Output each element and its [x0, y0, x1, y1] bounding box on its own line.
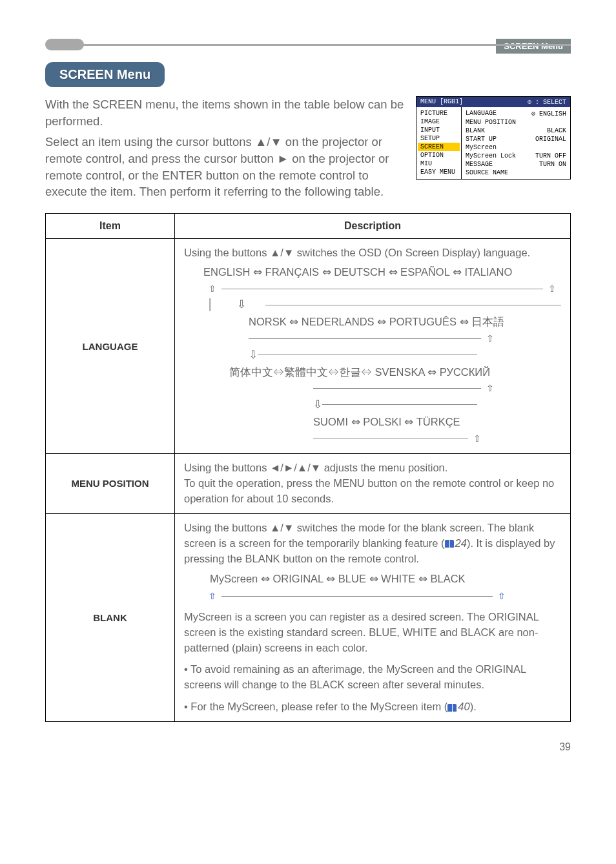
up-arrow-icon: ⇧ [543, 282, 561, 295]
osd-row: MESSAGETURN ON [464, 160, 568, 169]
up-arrow-icon: ⇧ [203, 282, 221, 295]
osd-row-label: MENU POSITION [466, 119, 516, 126]
table-row-language: LANGUAGE Using the buttons ▲/▼ switches … [46, 239, 571, 454]
osd-row: MyScreen LockTURN OFF [464, 152, 568, 160]
osd-row-value: BLACK [547, 127, 566, 134]
up-arrow-icon: ⇧ [481, 332, 499, 345]
main-table: Item Description LANGUAGE Using the butt… [45, 213, 571, 722]
osd-header-right: ⊙ : SELECT [528, 98, 566, 106]
intro-paragraph-1: With the SCREEN menu, the items shown in… [45, 96, 406, 130]
osd-row-label: MyScreen Lock [466, 152, 516, 159]
lang-row-4: SUOMI ⇔ POLSKI ⇔ TÜRKÇE [313, 415, 460, 430]
blank-p1: Using the buttons ▲/▼ switches the mode … [184, 520, 561, 567]
osd-row: SOURCE NAME [464, 169, 568, 177]
blank-cycle: MyScreen ⇔ ORIGINAL ⇔ BLUE ⇔ WHITE ⇔ BLA… [210, 571, 561, 587]
osd-row-label: MESSAGE [466, 161, 493, 168]
page-number: 39 [45, 741, 571, 753]
cycle-connector: ⇧ ⇧ [203, 590, 561, 602]
blank-ref-40: 40 [458, 701, 469, 712]
lang-row-2: NORSK ⇔ NEDERLANDS ⇔ PORTUGUÊS ⇔ 日本語 [249, 314, 504, 330]
blank-p4a: • For the MyScreen, please refer to the … [184, 701, 447, 712]
desc-blank: Using the buttons ▲/▼ switches the mode … [175, 513, 571, 722]
osd-left-item: IMAGE [418, 118, 460, 126]
osd-row-label: SOURCE NAME [466, 169, 508, 176]
down-arrow-icon: ⇩ [249, 347, 258, 363]
osd-left-column: PICTURE IMAGE INPUT SETUP SCREEN OPTION … [416, 107, 462, 179]
osd-header-left: MENU [RGB1] [420, 98, 463, 106]
header-decoration [45, 39, 571, 50]
header-item: Item [46, 214, 175, 239]
table-header-row: Item Description [46, 214, 571, 239]
osd-header: MENU [RGB1] ⊙ : SELECT [416, 97, 570, 107]
intro-paragraph-2: Select an item using the cursor buttons … [45, 134, 406, 201]
language-ladder: ENGLISH ⇔ FRANÇAIS ⇔ DEUTSCH ⇔ ESPAÑOL ⇔… [184, 265, 561, 445]
page-title: SCREEN Menu [45, 62, 165, 87]
osd-left-item: INPUT [418, 126, 460, 134]
osd-row: MENU POSITION [464, 118, 568, 127]
up-arrow-icon: ⇧ [481, 382, 499, 395]
table-row-menu-position: MENU POSITION Using the buttons ◄/►/▲/▼ … [46, 453, 571, 513]
book-icon [445, 540, 454, 548]
blank-p3: • To avoid remaining as an afterimage, t… [184, 662, 561, 693]
lang-row-1: ENGLISH ⇔ FRANÇAIS ⇔ DEUTSCH ⇔ ESPAÑOL ⇔… [203, 265, 512, 280]
osd-menu-preview: MENU [RGB1] ⊙ : SELECT PICTURE IMAGE INP… [416, 96, 571, 180]
osd-left-item: SETUP [418, 134, 460, 143]
desc-menu-position: Using the buttons ◄/►/▲/▼ adjusts the me… [175, 453, 571, 513]
item-blank: BLANK [46, 513, 175, 722]
osd-row: START UPORIGINAL [464, 135, 568, 143]
osd-row: LANGUAGE⊘ ENGLISH [464, 109, 568, 118]
desc-language: Using the buttons ▲/▼ switches the OSD (… [175, 239, 571, 454]
osd-row: BLANKBLACK [464, 127, 568, 135]
osd-left-item: MIU [418, 159, 460, 168]
osd-row-value: ⊘ ENGLISH [531, 110, 566, 118]
blank-p4: • For the MyScreen, please refer to the … [184, 699, 561, 715]
up-arrow-icon: ⇧ [493, 590, 511, 602]
book-icon [447, 704, 457, 712]
osd-left-item: PICTURE [418, 109, 460, 118]
up-arrow-icon: ⇧ [468, 432, 486, 445]
header-description: Description [175, 214, 571, 239]
lang-intro: Using the buttons ▲/▼ switches the OSD (… [184, 245, 561, 261]
intro-text: With the SCREEN menu, the items shown in… [45, 96, 406, 200]
decoration-line [81, 44, 571, 46]
decoration-pill [45, 39, 84, 50]
osd-row-label: START UP [466, 136, 497, 143]
osd-left-item-selected: SCREEN [418, 143, 460, 151]
osd-row-label: LANGUAGE [466, 110, 497, 118]
osd-left-item: EASY MENU [418, 168, 460, 176]
blank-p2: MyScreen is a screen you can register as… [184, 610, 561, 656]
blank-ref-24: 24 [455, 537, 467, 549]
down-arrow-icon: ⇩ [237, 297, 246, 313]
osd-row: MyScreen [464, 143, 568, 152]
osd-right-column: LANGUAGE⊘ ENGLISH MENU POSITION BLANKBLA… [462, 107, 570, 179]
blank-p4b: ). [470, 701, 477, 712]
item-menu-position: MENU POSITION [46, 453, 175, 513]
osd-row-value: TURN ON [539, 161, 566, 168]
osd-left-item: OPTION [418, 151, 460, 159]
item-language: LANGUAGE [46, 239, 175, 454]
table-row-blank: BLANK Using the buttons ▲/▼ switches the… [46, 513, 571, 722]
osd-row-label: BLANK [466, 127, 485, 134]
osd-row-label: MyScreen [466, 144, 497, 151]
lang-row-3: 简体中文⇔繁體中文⇔한글⇔ SVENSKA ⇔ РУССКИЙ [229, 365, 490, 380]
section-label: SCREEN Menu [496, 39, 571, 54]
up-arrow-icon: ⇧ [203, 590, 221, 602]
osd-row-value: TURN OFF [535, 152, 566, 159]
osd-row-value: ORIGINAL [535, 136, 566, 143]
down-arrow-icon: ⇩ [313, 397, 322, 413]
